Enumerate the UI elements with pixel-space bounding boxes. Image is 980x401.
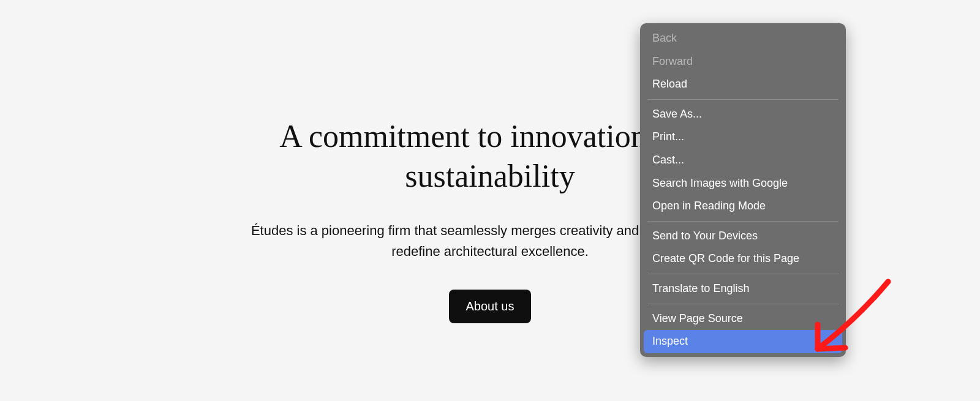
context-menu-item-translate[interactable]: Translate to English	[644, 277, 842, 301]
context-menu-item-save-as[interactable]: Save As...	[644, 103, 842, 126]
context-menu-separator	[647, 274, 839, 274]
context-menu-item-back: Back	[644, 27, 842, 50]
context-menu-item-print[interactable]: Print...	[644, 126, 842, 149]
context-menu-item-send-devices[interactable]: Send to Your Devices	[644, 225, 842, 248]
context-menu-item-inspect[interactable]: Inspect	[644, 330, 842, 353]
context-menu-item-cast[interactable]: Cast...	[644, 149, 842, 172]
context-menu-item-reading-mode[interactable]: Open in Reading Mode	[644, 195, 842, 218]
context-menu-item-search-images[interactable]: Search Images with Google	[644, 172, 842, 195]
about-us-button[interactable]: About us	[449, 290, 532, 323]
context-menu-separator	[647, 221, 839, 222]
context-menu-item-forward: Forward	[644, 50, 842, 73]
context-menu-separator	[647, 99, 839, 100]
context-menu-item-reload[interactable]: Reload	[644, 73, 842, 96]
context-menu-item-view-source[interactable]: View Page Source	[644, 307, 842, 331]
context-menu[interactable]: Back Forward Reload Save As... Print... …	[640, 23, 846, 357]
context-menu-item-qr-code[interactable]: Create QR Code for this Page	[644, 247, 842, 271]
context-menu-separator	[647, 304, 839, 304]
